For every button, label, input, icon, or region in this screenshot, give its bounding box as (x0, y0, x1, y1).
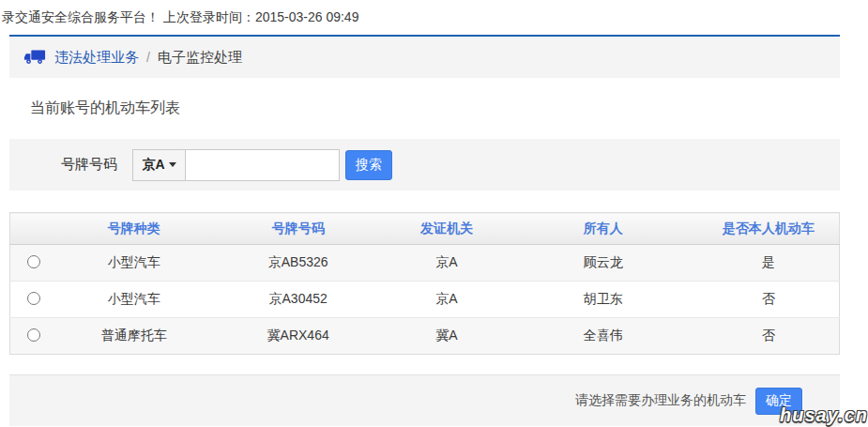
breadcrumb: 违法处理业务 / 电子监控处理 (9, 35, 840, 78)
cell-is-own: 是 (698, 245, 840, 282)
cell-issuer: 京A (385, 282, 509, 318)
search-button[interactable]: 搜索 (345, 150, 392, 180)
cell-plate-number: 冀ARX464 (211, 318, 385, 355)
col-header-is-own: 是否本人机动车 (698, 213, 840, 245)
confirm-button[interactable]: 确定 (755, 388, 802, 415)
table-row: 普通摩托车 冀ARX464 冀A 全喜伟 否 (10, 318, 840, 355)
breadcrumb-section-link[interactable]: 违法处理业务 (54, 49, 139, 67)
vehicle-radio-3[interactable] (27, 328, 40, 342)
cell-plate-type: 小型汽车 (56, 282, 211, 318)
col-header-plate-number: 号牌号码 (211, 213, 385, 245)
col-header-issuer: 发证机关 (385, 213, 509, 245)
breadcrumb-separator: / (146, 50, 150, 65)
col-header-owner: 所有人 (509, 213, 698, 245)
cell-issuer: 冀A (385, 318, 509, 355)
top-status-bar: 录交通安全综合服务平台！ 上次登录时间：2015-03-26 09:49 (0, 0, 868, 35)
cell-owner: 全喜伟 (509, 318, 698, 355)
plate-number-input[interactable] (185, 149, 340, 181)
plate-number-label: 号牌号码 (61, 156, 117, 174)
cell-issuer: 京A (385, 245, 509, 282)
cell-is-own: 否 (698, 318, 840, 355)
plate-prefix-value: 京A (142, 157, 164, 174)
table-row: 小型汽车 京AB5326 京A 顾云龙 是 (10, 245, 840, 282)
plate-search-bar: 号牌号码 京A 搜索 (9, 139, 840, 191)
page-title: 当前账号的机动车列表 (30, 99, 840, 117)
welcome-last-login-text: 录交通安全综合服务平台！ 上次登录时间：2015-03-26 09:49 (2, 9, 358, 26)
selection-prompt: 请选择需要办理业务的机动车 (575, 392, 746, 409)
col-header-plate-type: 号牌种类 (56, 213, 211, 245)
radio-column-header (10, 213, 57, 245)
breadcrumb-current: 电子监控处理 (158, 49, 242, 67)
cell-owner: 胡卫东 (509, 282, 698, 318)
table-header-row: 号牌种类 号牌号码 发证机关 所有人 是否本人机动车 (10, 213, 840, 245)
cell-plate-number: 京A30452 (211, 282, 385, 318)
main-container: 违法处理业务 / 电子监控处理 当前账号的机动车列表 号牌号码 京A 搜索 号牌… (9, 35, 840, 426)
cell-owner: 顾云龙 (509, 245, 698, 282)
vehicle-table: 号牌种类 号牌号码 发证机关 所有人 是否本人机动车 小型汽车 京AB5326 … (9, 212, 840, 355)
footer-action-bar: 请选择需要办理业务的机动车 确定 (9, 374, 840, 426)
cell-plate-number: 京AB5326 (211, 245, 385, 282)
cell-plate-type: 普通摩托车 (56, 318, 211, 355)
table-row: 小型汽车 京A30452 京A 胡卫东 否 (10, 282, 840, 318)
vehicle-radio-1[interactable] (27, 255, 40, 268)
cell-is-own: 否 (698, 282, 840, 318)
caret-down-icon (169, 162, 176, 167)
vehicle-radio-2[interactable] (27, 292, 40, 305)
truck-icon (23, 49, 46, 66)
cell-plate-type: 小型汽车 (56, 245, 211, 282)
plate-prefix-dropdown[interactable]: 京A (132, 149, 185, 181)
